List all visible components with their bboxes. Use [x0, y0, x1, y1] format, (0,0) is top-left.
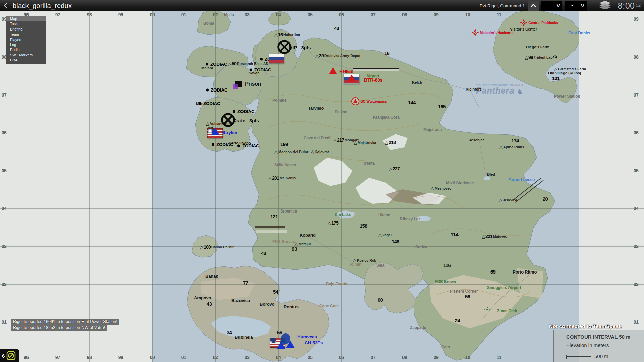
hill-marker: △Modeon del Buinz — [274, 149, 309, 154]
base-circle-icon — [351, 97, 360, 106]
grid-col-label: 07 — [371, 12, 376, 17]
grid-line-v — [468, 11, 468, 362]
poi-label: Malcolm's Hacienda — [480, 31, 514, 35]
place-label: Jesenice — [469, 138, 485, 142]
place-label: Boma — [203, 21, 214, 26]
grid-col-label: 01 — [181, 12, 186, 17]
grid-line-h — [0, 133, 644, 133]
place-label: Cape Goat — [319, 304, 339, 308]
poi-diamond-marker: Central Paddocks — [520, 19, 558, 26]
menu-item-radio[interactable]: Radio — [6, 47, 46, 52]
elevation-units-label: Elevation in meters — [566, 342, 609, 348]
elevation-label: 75 — [552, 53, 557, 59]
menu-item-log[interactable]: Log — [6, 42, 46, 47]
place-label: East Docks — [568, 31, 590, 35]
place-label: FOB Brown — [435, 279, 456, 284]
hill-triangle-icon: △ — [311, 149, 314, 154]
objective-label: VIP - 3pts — [289, 45, 311, 50]
friendly-unit-label: Humvees — [297, 334, 317, 339]
grid-col-label: 04 — [276, 355, 281, 360]
elevation-label: 114 — [451, 232, 458, 237]
collapse-button[interactable] — [528, 1, 539, 11]
enemy-triangle-marker — [347, 74, 356, 81]
elevation-label: 69 — [490, 269, 495, 275]
elevation-label: 43 — [261, 250, 266, 256]
friendly-unit-label: CH-53Es — [305, 340, 323, 345]
place-label: Ukanc — [378, 213, 390, 217]
channel-dropdown[interactable]: V — [541, 1, 562, 11]
grid-row-label: 02 — [2, 282, 7, 287]
diamond-star-icon — [520, 19, 527, 26]
fob-runway — [255, 226, 285, 228]
grid-col-label: 98 — [87, 12, 92, 17]
place-label: Borovo — [260, 302, 274, 307]
elevation-label: 20 — [543, 196, 548, 202]
map-screen[interactable]: 9696979798989999000001010202030304040505… — [0, 0, 644, 362]
elevation-label: 77 — [243, 280, 248, 286]
player-status: Pvt Rigel, Command 1 — [480, 3, 525, 8]
place-label: Fishers Corner — [450, 289, 478, 294]
place-label: Sorica — [415, 245, 427, 249]
marker-dot-icon — [237, 144, 240, 147]
place-label: Ribcey Laz — [400, 217, 420, 221]
hill-marker: △218 — [385, 140, 396, 145]
objective-label: Crate - 3pts — [233, 118, 259, 123]
menu-item-cba[interactable]: CBA — [6, 58, 46, 63]
clock-time: 8:00 — [618, 1, 635, 11]
teamspeak-status: Not connected to TeamSpeak — [549, 323, 622, 329]
poi-diamond-marker: Malcolm's Hacienda — [472, 29, 514, 36]
hill-triangle-icon: △ — [431, 186, 434, 190]
back-button[interactable] — [0, 0, 11, 11]
marker-dot-icon — [199, 102, 201, 105]
grid-col-label: 04 — [276, 12, 281, 17]
grid-col-label: 01 — [181, 355, 186, 360]
hill-triangle-icon: △ — [333, 138, 337, 142]
place-label: Diego's Farm — [526, 45, 549, 49]
grid-col-label: 97 — [55, 355, 60, 360]
grid-col-label: 02 — [213, 355, 218, 360]
hill-marker: △Jelovica — [499, 198, 517, 202]
contour-interval-label: CONTOUR INTERVAL 50 m — [566, 334, 630, 340]
friendly-triangle-marker — [211, 128, 220, 135]
menu-item-team[interactable]: Team — [6, 32, 46, 37]
menu-item-players[interactable]: Players — [6, 37, 46, 42]
elevation-label: 16 — [384, 50, 389, 56]
menu-item-swt-markers[interactable]: SWT Markers — [6, 53, 46, 58]
airport-label: Airport — [366, 74, 379, 78]
hill-triangle-icon: △ — [274, 149, 278, 154]
layers-button[interactable] — [599, 1, 611, 11]
vehicle-hud[interactable]: 6 — [0, 349, 19, 362]
hill-triangle-icon: △ — [294, 242, 298, 246]
place-label: Airport Lesce — [508, 177, 535, 182]
menu-item-map[interactable]: Map — [6, 16, 46, 21]
hill-triangle-icon: △ — [353, 258, 356, 262]
grid-col-label: 98 — [87, 355, 92, 360]
marker-dot-icon — [212, 143, 214, 146]
zodiac-marker: ZODIAC — [250, 67, 271, 72]
map-legend-panel: CONTOUR INTERVAL 50 m Elevation in meter… — [553, 330, 644, 362]
hill-triangle-icon: △ — [499, 198, 502, 202]
airport-runway — [353, 68, 399, 71]
menu-item-tasks[interactable]: Tasks — [6, 21, 46, 26]
place-label: Srpenica — [280, 209, 297, 214]
marker-dropdown[interactable]: ● V — [565, 1, 587, 11]
hill-marker: △201Mt. Kanin — [268, 175, 296, 181]
place-label: Kleinfort — [466, 87, 481, 91]
grid-row-label: 01 — [2, 319, 7, 325]
grid-row-label: 05 — [634, 168, 639, 173]
grid-col-label: 96 — [24, 355, 29, 360]
grid-row-label: 04 — [634, 206, 639, 211]
grid-row-label: 08 — [634, 54, 639, 60]
zodiac-marker: ZODIAC — [237, 143, 259, 148]
hill-triangle-icon: △ — [482, 234, 485, 239]
grid-col-label: 09 — [434, 12, 439, 17]
enemy-base-label: BC Wurzenpass — [360, 99, 387, 103]
place-label: Kobarid — [300, 233, 316, 238]
menu-item-briefing[interactable]: Briefing — [6, 27, 46, 32]
hill-triangle-icon: △ — [315, 54, 319, 58]
helicopter-icons — [278, 333, 293, 346]
hill-triangle-icon: △ — [554, 67, 557, 71]
place-label: Zappado — [410, 325, 426, 330]
grid-line-v — [373, 11, 373, 362]
grid-col-label: 10 — [465, 355, 470, 360]
